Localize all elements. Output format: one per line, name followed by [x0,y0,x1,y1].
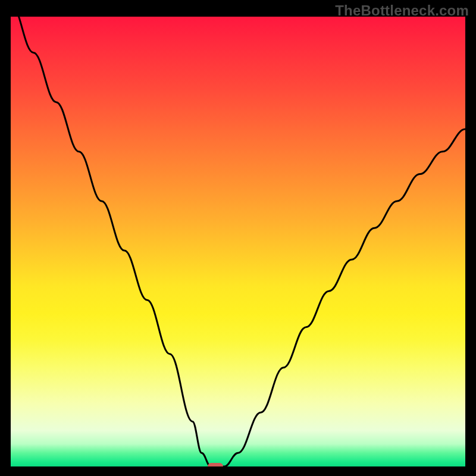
bottleneck-curve [11,17,465,466]
optimum-marker [208,463,223,466]
chart-frame: TheBottleneck.com [0,0,476,476]
plot-area [11,17,465,466]
curve-layer [11,17,465,466]
watermark-text: TheBottleneck.com [335,2,469,19]
curve-path [11,17,465,466]
